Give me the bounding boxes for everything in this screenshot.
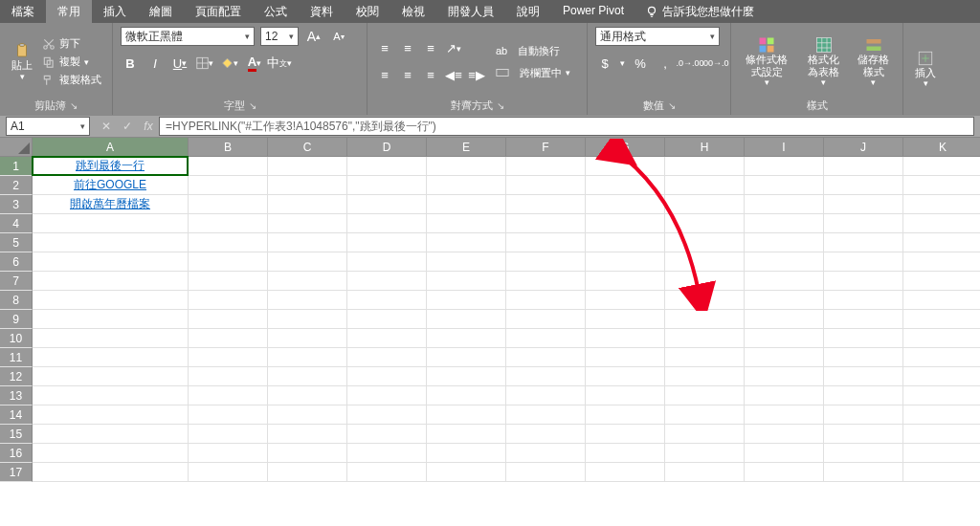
cell-H7[interactable] xyxy=(665,272,745,291)
tab-page-layout[interactable]: 頁面配置 xyxy=(184,0,253,23)
cell-E12[interactable] xyxy=(427,367,506,386)
cell-E8[interactable] xyxy=(427,291,506,310)
cell-H12[interactable] xyxy=(665,367,745,386)
cell-A5[interactable] xyxy=(33,233,189,252)
cell-K4[interactable] xyxy=(903,214,980,233)
cell-H2[interactable] xyxy=(665,176,745,195)
cell-A3[interactable]: 開啟萬年曆檔案 xyxy=(33,195,189,214)
cell-G2[interactable] xyxy=(586,176,665,195)
cell-H6[interactable] xyxy=(665,252,745,272)
cell-F12[interactable] xyxy=(506,367,586,386)
column-header-F[interactable]: F xyxy=(506,138,586,157)
cancel-formula-button[interactable]: ✕ xyxy=(96,117,117,136)
row-header-3[interactable]: 3 xyxy=(0,195,33,214)
cell-B9[interactable] xyxy=(189,310,268,329)
cell-H8[interactable] xyxy=(665,291,745,310)
cell-C12[interactable] xyxy=(268,367,347,386)
cell-C9[interactable] xyxy=(268,310,347,329)
cell-K9[interactable] xyxy=(903,310,980,329)
cell-H4[interactable] xyxy=(665,214,745,233)
dialog-launcher-icon[interactable]: ↘ xyxy=(668,100,676,111)
cell-A2[interactable]: 前往GOOGLE xyxy=(33,176,189,195)
wrap-text-button[interactable]: ab 自動換行 xyxy=(496,44,570,58)
cell-K13[interactable] xyxy=(903,386,980,405)
cell-F8[interactable] xyxy=(506,291,586,310)
tell-me-search[interactable]: 告訴我您想做什麼 xyxy=(635,0,764,23)
column-header-B[interactable]: B xyxy=(189,138,268,157)
fx-button[interactable]: fx xyxy=(138,117,159,136)
cell-G4[interactable] xyxy=(586,214,665,233)
tab-insert[interactable]: 插入 xyxy=(92,0,138,23)
cell-H10[interactable] xyxy=(665,329,745,348)
name-box[interactable]: A1▾ xyxy=(6,117,90,136)
cell-E11[interactable] xyxy=(427,348,506,367)
cell-D6[interactable] xyxy=(347,252,427,272)
cell-G12[interactable] xyxy=(586,367,665,386)
row-header-17[interactable]: 17 xyxy=(0,463,33,482)
column-header-G[interactable]: G xyxy=(586,138,665,157)
cell-H3[interactable] xyxy=(665,195,745,214)
cell-G17[interactable] xyxy=(586,463,665,482)
cell-H15[interactable] xyxy=(665,425,745,444)
cell-K15[interactable] xyxy=(903,425,980,444)
insert-cells-button[interactable]: 插入▾ xyxy=(911,48,940,90)
cell-F9[interactable] xyxy=(506,310,586,329)
cell-E17[interactable] xyxy=(427,463,506,482)
cell-J3[interactable] xyxy=(824,195,903,214)
cell-A6[interactable] xyxy=(33,252,189,272)
cell-A13[interactable] xyxy=(33,386,189,405)
increase-font-button[interactable]: A▴ xyxy=(304,27,323,46)
cell-B16[interactable] xyxy=(189,444,268,463)
cell-C7[interactable] xyxy=(268,272,347,291)
cell-G6[interactable] xyxy=(586,252,665,272)
tab-help[interactable]: 說明 xyxy=(505,0,551,23)
increase-decimal-button[interactable]: .0→.00 xyxy=(680,54,700,73)
cell-H13[interactable] xyxy=(665,386,745,405)
column-header-I[interactable]: I xyxy=(745,138,824,157)
cell-I5[interactable] xyxy=(745,233,824,252)
cell-K12[interactable] xyxy=(903,367,980,386)
cell-I16[interactable] xyxy=(745,444,824,463)
cell-A11[interactable] xyxy=(33,348,189,367)
cell-A7[interactable] xyxy=(33,272,189,291)
cell-K10[interactable] xyxy=(903,329,980,348)
cell-H5[interactable] xyxy=(665,233,745,252)
cell-A9[interactable] xyxy=(33,310,189,329)
cell-F2[interactable] xyxy=(506,176,586,195)
cell-G15[interactable] xyxy=(586,425,665,444)
cell-F17[interactable] xyxy=(506,463,586,482)
cell-H11[interactable] xyxy=(665,348,745,367)
cell-B5[interactable] xyxy=(189,233,268,252)
bold-button[interactable]: B xyxy=(121,54,140,73)
cell-D9[interactable] xyxy=(347,310,427,329)
conditional-format-button[interactable]: 條件式格式設定▾ xyxy=(739,34,795,88)
align-center-button[interactable]: ≡ xyxy=(398,66,417,85)
border-button[interactable]: ▾ xyxy=(195,54,214,73)
cell-F13[interactable] xyxy=(506,386,586,405)
cell-H14[interactable] xyxy=(665,405,745,425)
cell-D2[interactable] xyxy=(347,176,427,195)
row-header-11[interactable]: 11 xyxy=(0,348,33,367)
cell-C1[interactable] xyxy=(268,157,347,176)
cell-C15[interactable] xyxy=(268,425,347,444)
cell-D17[interactable] xyxy=(347,463,427,482)
tab-power-pivot[interactable]: Power Pivot xyxy=(551,0,635,23)
cell-C17[interactable] xyxy=(268,463,347,482)
dialog-launcher-icon[interactable]: ↘ xyxy=(70,100,78,111)
cell-D5[interactable] xyxy=(347,233,427,252)
tab-view[interactable]: 檢視 xyxy=(390,0,436,23)
cell-I14[interactable] xyxy=(745,405,824,425)
cell-D16[interactable] xyxy=(347,444,427,463)
column-header-K[interactable]: K xyxy=(903,138,980,157)
cell-J12[interactable] xyxy=(824,367,903,386)
decrease-font-button[interactable]: A▾ xyxy=(329,27,348,46)
cell-I2[interactable] xyxy=(745,176,824,195)
tab-formulas[interactable]: 公式 xyxy=(253,0,299,23)
cell-F10[interactable] xyxy=(506,329,586,348)
cell-K8[interactable] xyxy=(903,291,980,310)
cell-K7[interactable] xyxy=(903,272,980,291)
align-top-button[interactable]: ≡ xyxy=(375,39,394,58)
column-header-C[interactable]: C xyxy=(268,138,347,157)
cell-F11[interactable] xyxy=(506,348,586,367)
cell-B17[interactable] xyxy=(189,463,268,482)
